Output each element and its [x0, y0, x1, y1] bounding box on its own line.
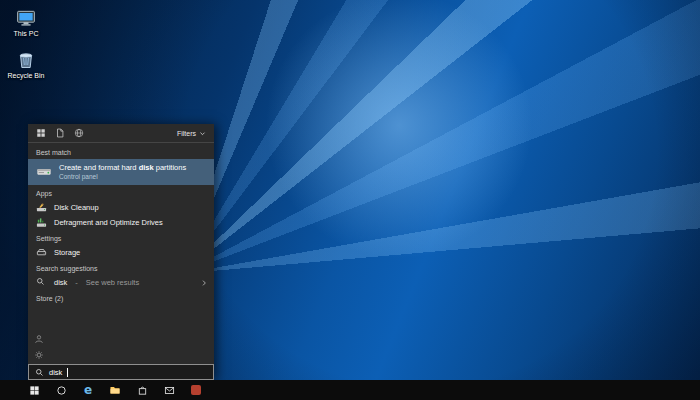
screen: This PC Recycle Bin: [0, 0, 700, 400]
suggestion-detail: See web results: [86, 278, 139, 287]
best-match-text: Create and format hard disk partitions C…: [59, 163, 186, 181]
result-label: Storage: [54, 248, 80, 257]
section-header-search-suggestions: Search suggestions: [28, 263, 214, 275]
search-flyout: Filters Best match Create and format har…: [28, 124, 214, 380]
section-header-best-match: Best match: [28, 147, 214, 159]
taskbar: e: [0, 380, 700, 400]
red-app-icon: [191, 385, 201, 395]
chevron-right-icon: [200, 279, 208, 287]
disk-cleanup-icon: [36, 202, 47, 213]
title-prefix: Create and format hard: [59, 163, 139, 172]
taskbar-app-button[interactable]: [189, 383, 203, 397]
suggestion-term: disk: [54, 278, 67, 287]
best-match-title: Create and format hard disk partitions: [59, 163, 186, 172]
start-button[interactable]: [27, 383, 41, 397]
folder-icon: [109, 384, 121, 396]
apps-filter-icon: [36, 128, 46, 138]
desktop-icon-label: This PC: [14, 30, 39, 38]
user-icon[interactable]: [34, 334, 44, 344]
result-defragment[interactable]: Defragment and Optimize Drives: [28, 215, 214, 230]
web-filter-icon: [74, 128, 84, 138]
filter-tab-web[interactable]: [74, 128, 84, 138]
search-results: Best match Create and format hard disk p…: [28, 143, 214, 364]
taskbar-file-explorer-button[interactable]: [108, 383, 122, 397]
store-bag-icon: [137, 385, 148, 396]
storage-icon: [36, 247, 47, 258]
search-query-text: disk: [49, 368, 62, 377]
mail-envelope-icon: [164, 385, 175, 396]
taskbar-edge-button[interactable]: e: [81, 383, 95, 397]
filters-label: Filters: [177, 130, 196, 137]
title-match: disk: [139, 163, 154, 172]
result-best-match[interactable]: Create and format hard disk partitions C…: [28, 159, 214, 185]
suggestion-web-search[interactable]: disk - See web results: [28, 275, 214, 290]
best-match-subtitle: Control panel: [59, 173, 186, 181]
suggestion-separator: -: [75, 278, 78, 287]
chevron-down-icon: [199, 130, 206, 137]
documents-filter-icon: [55, 128, 65, 138]
panel-rail: [34, 334, 44, 360]
windows-logo-icon: [29, 385, 40, 396]
section-header-settings: Settings: [28, 233, 214, 245]
result-storage[interactable]: Storage: [28, 245, 214, 260]
text-caret: [67, 368, 68, 377]
search-input[interactable]: disk: [28, 364, 214, 380]
hard-disk-icon: [36, 164, 52, 180]
desktop-icon-this-pc[interactable]: This PC: [4, 8, 48, 38]
filter-tab-apps[interactable]: [36, 128, 46, 138]
desktop-icon-recycle-bin[interactable]: Recycle Bin: [4, 50, 48, 80]
defragment-icon: [36, 217, 47, 228]
title-suffix: partitions: [154, 163, 187, 172]
result-disk-cleanup[interactable]: Disk Cleanup: [28, 200, 214, 215]
result-label: Disk Cleanup: [54, 203, 99, 212]
result-label: Defragment and Optimize Drives: [54, 218, 163, 227]
search-icon: [35, 368, 44, 377]
section-header-apps: Apps: [28, 188, 214, 200]
taskbar-store-button[interactable]: [135, 383, 149, 397]
this-pc-icon: [16, 8, 36, 28]
filter-bar: Filters: [28, 124, 214, 142]
settings-gear-icon[interactable]: [34, 350, 44, 360]
cortana-circle-icon: [56, 385, 67, 396]
section-header-store: Store (2): [28, 293, 214, 305]
taskbar-mail-button[interactable]: [162, 383, 176, 397]
cortana-button[interactable]: [54, 383, 68, 397]
edge-icon: e: [84, 384, 92, 396]
filter-tab-documents[interactable]: [55, 128, 65, 138]
desktop-icon-label: Recycle Bin: [8, 72, 45, 80]
search-icon: [36, 277, 47, 288]
recycle-bin-icon: [16, 50, 36, 70]
filters-dropdown[interactable]: Filters: [177, 130, 206, 137]
